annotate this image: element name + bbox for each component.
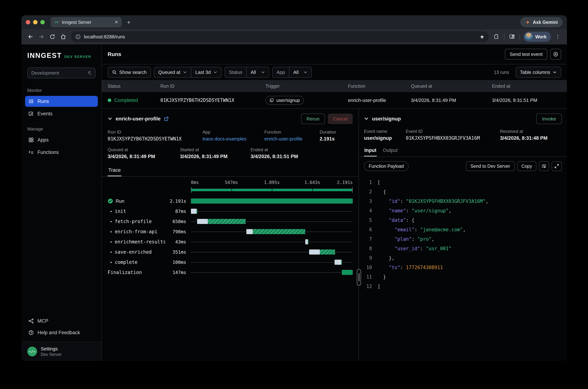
dev-server-settings-button[interactable] — [550, 49, 561, 60]
close-tab-icon[interactable]: ✕ — [115, 20, 118, 24]
sidebar-item-runs[interactable]: Runs — [25, 96, 98, 107]
address-bar[interactable]: localhost:8288/runs ★ — [71, 31, 489, 42]
expand-triangle-icon[interactable]: ▶ — [111, 250, 112, 254]
trace-row[interactable]: ▶fetch-profile658ms — [108, 216, 353, 227]
tab-output[interactable]: Output — [382, 146, 398, 157]
site-info-icon[interactable] — [75, 34, 81, 39]
external-link-icon[interactable] — [164, 116, 169, 121]
trace-step-duration: 43ms — [165, 239, 186, 245]
column-header: Function — [348, 84, 411, 89]
zoom-window-button[interactable] — [40, 20, 45, 24]
expand-triangle-icon[interactable]: ▶ — [111, 260, 112, 264]
trace-step-label: fetch-profile — [115, 219, 152, 224]
line-number: 1 — [364, 180, 372, 185]
trace-row[interactable]: ▶enrich-from-api798ms — [108, 227, 353, 237]
table-columns-button[interactable]: Table columns — [516, 67, 561, 78]
bookmark-star-icon[interactable]: ★ — [480, 34, 484, 40]
close-window-button[interactable] — [26, 20, 30, 24]
trace-step-bar[interactable] — [191, 237, 353, 247]
payload-line: 5 "data": { — [364, 215, 562, 225]
app-link[interactable]: trace-docs-examples — [203, 136, 264, 142]
duration-value: 2.191s — [320, 136, 353, 142]
url-text[interactable]: localhost:8288/runs — [84, 34, 476, 40]
inngest-dev-server-app: INNGEST DEV SERVER Development Monitor R… — [22, 44, 567, 361]
extensions-icon[interactable] — [491, 31, 502, 42]
pane-resize-handle[interactable] — [357, 269, 361, 286]
trigger-pill[interactable]: user/signup — [265, 96, 304, 105]
trace-step-bar[interactable] — [191, 216, 353, 227]
copy-button[interactable]: Copy — [517, 161, 536, 171]
reload-button[interactable] — [47, 31, 58, 42]
payload-json-viewer[interactable]: 1[2 {3 "id": "01KJXSYPSFHBXX03GRJFV3A16M… — [359, 174, 567, 295]
function-link[interactable]: enrich-user-profile — [264, 136, 320, 142]
sidebar-item-help[interactable]: Help and Feedback — [25, 327, 98, 338]
dev-server-code-icon: </> — [27, 347, 37, 357]
home-button[interactable] — [58, 31, 69, 42]
run-status-cell: Completed — [108, 97, 160, 103]
expand-triangle-icon[interactable]: ▶ — [111, 230, 112, 233]
queued-at-field-button[interactable]: Queued at — [154, 67, 191, 77]
sidebar-item-mcp[interactable]: MCP — [25, 316, 98, 326]
trace-row[interactable]: ▶complete100ms — [108, 257, 353, 267]
trace-step-bar[interactable] — [191, 227, 353, 237]
browser-tab[interactable]: Inngest Server ✕ — [51, 17, 122, 27]
rerun-button[interactable]: Rerun — [301, 114, 325, 124]
sidebar-item-events[interactable]: Events — [25, 108, 98, 119]
sidebar-item-apps[interactable]: Apps — [25, 134, 98, 145]
expand-icon — [554, 164, 559, 168]
invoke-button[interactable]: Invoke — [536, 114, 562, 124]
trace-minimap[interactable] — [191, 187, 353, 193]
send-to-dev-server-button[interactable]: Send to Dev Server — [466, 161, 514, 171]
collapse-chevron-icon[interactable] — [364, 116, 369, 121]
settings-entry[interactable]: </> Settings Dev Server — [22, 342, 101, 361]
trace-row[interactable]: Run2.191s — [108, 196, 353, 206]
trace-step-bar[interactable] — [191, 247, 353, 257]
expand-triangle-icon[interactable]: ▶ — [111, 220, 112, 223]
trace-row[interactable]: ▶save-enriched351ms — [108, 247, 353, 257]
status-filter-value-button[interactable]: All — [246, 67, 269, 77]
tab-trace[interactable]: Trace — [108, 165, 121, 176]
event-header: user/signup Invoke — [359, 109, 567, 128]
send-test-event-button[interactable]: Send test event — [505, 49, 547, 60]
time-range-button[interactable]: Last 3d — [191, 67, 221, 77]
trace-row[interactable]: ▶enrichment-results43ms — [108, 237, 353, 247]
run-table-row[interactable]: Completed 01KJXSYPZYB6TH2DSDSYETWN1X use… — [102, 92, 567, 108]
trace-waterfall: 0ms547ms1.095s1.643s2.191s Run2.191s▶ini… — [102, 177, 358, 277]
trace-segment-run — [197, 209, 197, 214]
trace-step-bar[interactable] — [191, 267, 353, 277]
payload-line: 11 } — [364, 272, 562, 282]
forward-button[interactable] — [36, 31, 47, 42]
trace-step-bar[interactable] — [191, 196, 353, 206]
function-payload-pill[interactable]: Function Payload — [364, 161, 409, 171]
trace-track-line — [191, 211, 353, 212]
tab-input[interactable]: Input — [364, 146, 377, 157]
cancel-button[interactable]: Cancel — [328, 114, 353, 124]
trace-step-bar[interactable] — [191, 206, 353, 216]
trace-step-bar[interactable] — [191, 257, 353, 267]
toolbar-divider — [504, 33, 504, 40]
expand-triangle-icon[interactable]: ▶ — [111, 210, 112, 213]
line-number: 2 — [364, 189, 372, 194]
show-search-button[interactable]: Show search — [108, 67, 151, 78]
completed-check-icon — [108, 198, 113, 204]
trace-row[interactable]: Finalization147ms — [108, 267, 353, 277]
ask-gemini-button[interactable]: Ask Gemini — [520, 17, 562, 27]
minimize-window-button[interactable] — [33, 20, 37, 24]
back-button[interactable] — [25, 31, 36, 42]
expand-button[interactable] — [552, 161, 562, 171]
trace-row[interactable]: ▶init87ms — [108, 206, 353, 216]
collapse-chevron-icon[interactable] — [108, 116, 112, 121]
app-filter-value-button[interactable]: All — [289, 67, 311, 77]
new-tab-button[interactable]: + — [127, 19, 131, 26]
browser-profile-button[interactable]: Work — [524, 32, 551, 42]
sidebar-item-functions[interactable]: Functions — [25, 147, 98, 158]
expand-triangle-icon[interactable]: ▶ — [111, 240, 112, 243]
browser-menu-icon[interactable] — [552, 31, 563, 42]
environment-select[interactable]: Development — [27, 67, 96, 78]
word-wrap-button[interactable] — [539, 161, 549, 171]
section-label-manage: Manage — [27, 127, 96, 131]
queued-at-cell: 3/4/2026, 8:31:49 PM — [411, 97, 492, 103]
profile-avatar — [525, 33, 533, 41]
search-tabs-icon[interactable] — [506, 31, 517, 42]
profile-name: Work — [535, 34, 547, 39]
